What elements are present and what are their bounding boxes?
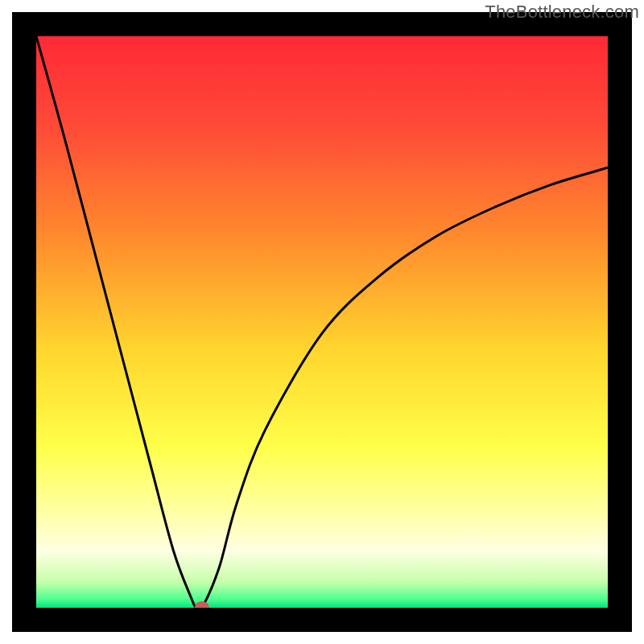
- watermark-text: TheBottleneck.com: [485, 2, 639, 23]
- bottleneck-chart: [0, 0, 644, 644]
- plot-background: [36, 36, 608, 608]
- chart-container: TheBottleneck.com: [0, 0, 644, 644]
